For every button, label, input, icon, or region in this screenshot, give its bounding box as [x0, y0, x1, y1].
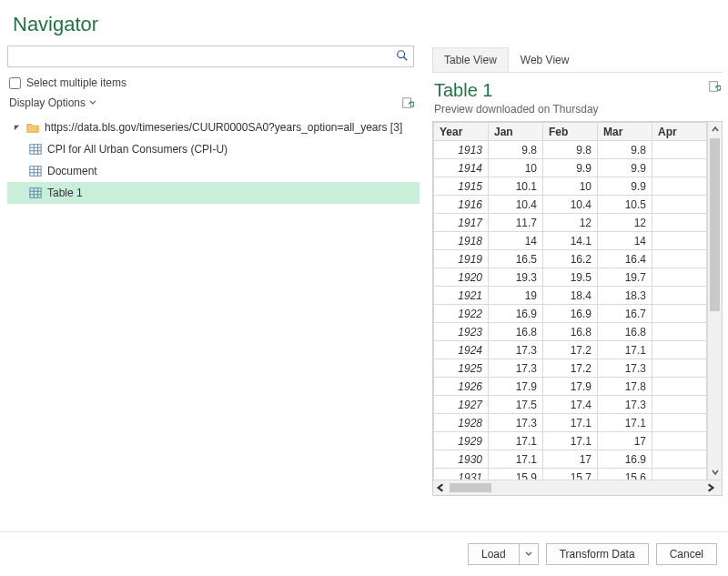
table-cell: 14.1: [543, 232, 598, 250]
table-row[interactable]: 192717.517.417.3: [434, 396, 707, 414]
preview-subtitle: Preview downloaded on Thursday: [434, 103, 599, 116]
table-cell: [652, 159, 707, 177]
table-cell: 16.8: [489, 323, 543, 341]
select-multiple-checkbox[interactable]: [9, 77, 21, 89]
tree-item[interactable]: CPI for All Urban Consumers (CPI-U): [7, 138, 420, 160]
tab-table-view[interactable]: Table View: [432, 47, 509, 72]
table-cell: 17.3: [489, 414, 543, 432]
cancel-button[interactable]: Cancel: [656, 543, 717, 565]
table-cell: [652, 450, 707, 469]
table-cell: 12: [598, 214, 652, 232]
scroll-down-icon[interactable]: [708, 465, 722, 480]
scroll-right-icon[interactable]: [705, 482, 720, 493]
table-cell: 9.8: [543, 141, 598, 159]
table-cell: 1930: [434, 450, 489, 469]
tree-item-label: Table 1: [47, 187, 83, 199]
table-cell: 17.3: [598, 359, 652, 378]
table-cell: 17.1: [543, 414, 598, 432]
chevron-down-icon: [89, 99, 96, 106]
table-cell: 9.9: [543, 159, 598, 177]
table-row[interactable]: 191610.410.410.5: [434, 196, 707, 214]
table-cell: 17.9: [543, 378, 598, 396]
scroll-up-icon[interactable]: [708, 122, 722, 136]
table-row[interactable]: 19139.89.89.8: [434, 141, 707, 159]
column-header[interactable]: Mar: [598, 123, 652, 141]
search-icon[interactable]: [396, 49, 409, 62]
tree-item[interactable]: Document: [7, 160, 420, 182]
table-cell: 17.3: [489, 341, 543, 359]
table-cell: [652, 432, 707, 450]
table-row[interactable]: 192019.319.519.7: [434, 268, 707, 287]
column-header[interactable]: Apr: [652, 123, 707, 141]
table-row[interactable]: 192617.917.917.8: [434, 378, 707, 396]
refresh-icon[interactable]: [401, 96, 414, 109]
table-cell: 18.3: [598, 287, 652, 305]
transform-data-button[interactable]: Transform Data: [546, 543, 649, 565]
table-row[interactable]: 191510.1109.9: [434, 177, 707, 196]
column-header[interactable]: Year: [434, 123, 489, 141]
tree-item[interactable]: Table 1: [7, 182, 420, 204]
window-title: Navigator: [0, 0, 728, 45]
hscroll-thumb[interactable]: [450, 483, 491, 492]
table-cell: [652, 469, 707, 480]
table-row[interactable]: 193115.915.715.6: [434, 469, 707, 480]
table-cell: 1918: [434, 232, 489, 250]
table-cell: 14: [489, 232, 543, 250]
vertical-scrollbar[interactable]: [707, 122, 722, 480]
table-cell: 17.4: [543, 396, 598, 414]
table-icon: [29, 165, 42, 177]
table-cell: [652, 287, 707, 305]
table-row[interactable]: 191916.516.216.4: [434, 250, 707, 268]
table-cell: 1916: [434, 196, 489, 214]
select-multiple-row[interactable]: Select multiple items: [9, 76, 418, 89]
table-row[interactable]: 192817.317.117.1: [434, 414, 707, 432]
table-cell: [652, 214, 707, 232]
table-cell: [652, 268, 707, 287]
column-header[interactable]: Feb: [543, 123, 598, 141]
table-cell: [652, 323, 707, 341]
vscroll-thumb[interactable]: [710, 138, 720, 311]
preview-title: Table 1: [434, 80, 599, 101]
table-cell: 17: [543, 450, 598, 469]
search-input[interactable]: [7, 45, 414, 67]
tab-web-view[interactable]: Web View: [509, 47, 581, 72]
table-cell: 16.4: [598, 250, 652, 268]
table-cell: 1926: [434, 378, 489, 396]
table-row[interactable]: 192316.816.816.8: [434, 323, 707, 341]
table-cell: 1929: [434, 432, 489, 450]
table-row[interactable]: 1914109.99.9: [434, 159, 707, 177]
table-row[interactable]: 193017.11716.9: [434, 450, 707, 469]
table-row[interactable]: 192917.117.117: [434, 432, 707, 450]
table-cell: 18.4: [543, 287, 598, 305]
left-pane: Select multiple items Display Options: [7, 45, 420, 524]
column-header[interactable]: Jan: [489, 123, 543, 141]
table-cell: 19.5: [543, 268, 598, 287]
table-cell: 1921: [434, 287, 489, 305]
table-cell: 1914: [434, 159, 489, 177]
table-cell: [652, 305, 707, 323]
preview-refresh-icon[interactable]: [708, 80, 721, 93]
table-cell: 17.1: [489, 432, 543, 450]
tree-root-row[interactable]: https://data.bls.gov/timeseries/CUUR0000…: [7, 116, 420, 138]
table-cell: 9.8: [598, 141, 652, 159]
table-cell: [652, 359, 707, 378]
table-row[interactable]: 192216.916.916.7: [434, 305, 707, 323]
table-cell: 19.3: [489, 268, 543, 287]
table-row[interactable]: 19181414.114: [434, 232, 707, 250]
table-cell: 10: [543, 177, 598, 196]
load-button-group: Load: [468, 543, 539, 565]
display-options-dropdown[interactable]: Display Options: [9, 96, 96, 109]
table-row[interactable]: 19211918.418.3: [434, 287, 707, 305]
caret-down-icon[interactable]: [13, 124, 21, 132]
table-cell: 10.4: [489, 196, 543, 214]
table-cell: 16.5: [489, 250, 543, 268]
table-row[interactable]: 192517.317.217.3: [434, 359, 707, 378]
load-button[interactable]: Load: [468, 543, 519, 565]
load-dropdown-button[interactable]: [519, 543, 539, 565]
table-row[interactable]: 191711.71212: [434, 214, 707, 232]
table-row[interactable]: 192417.317.217.1: [434, 341, 707, 359]
table-cell: [652, 396, 707, 414]
scroll-left-icon[interactable]: [435, 482, 450, 493]
table-cell: 17.2: [543, 359, 598, 378]
horizontal-scrollbar[interactable]: [433, 480, 722, 495]
